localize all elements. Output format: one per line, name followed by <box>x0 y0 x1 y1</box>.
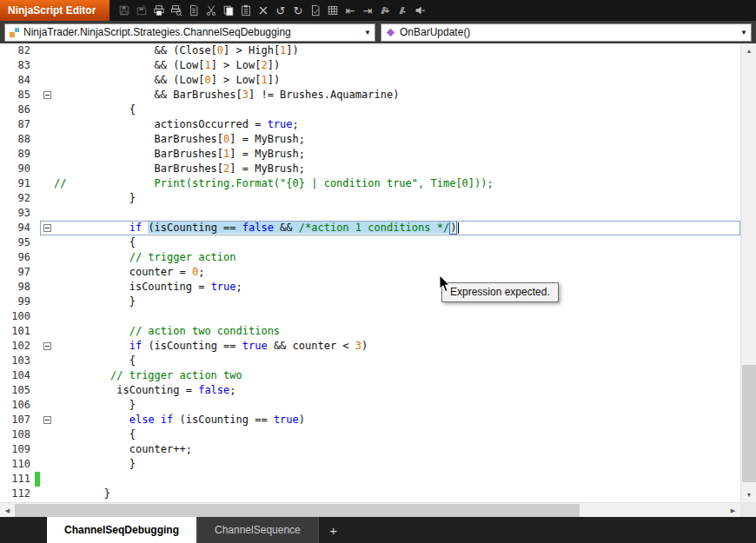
fold-margin <box>40 413 54 427</box>
line-number: 82 <box>0 43 35 58</box>
code-line[interactable]: 95 { <box>0 235 740 250</box>
code-text: && (Low[0] > Low[1]) <box>54 73 740 88</box>
code-line[interactable]: 101 // action two conditions <box>0 324 740 339</box>
code-line[interactable]: 93 <box>0 206 740 221</box>
code-text: if (isCounting == true && counter < 3) <box>54 339 740 354</box>
code-text <box>54 309 740 324</box>
code-line[interactable]: 87 actionsOccurred = true; <box>0 117 740 132</box>
code-line[interactable]: 84 && (Low[0] > Low[1]) <box>0 73 740 88</box>
chevron-down-icon[interactable]: ▼ <box>361 29 375 36</box>
code-line[interactable]: 91// Print(string.Format("{0} | conditio… <box>0 176 740 191</box>
ninjascript-editor-window: NinjaScript Editor ↺↻⇤⇥//+//- NinjaTrade… <box>0 0 756 543</box>
code-line[interactable]: 106 } <box>0 398 740 413</box>
fold-margin <box>40 265 54 280</box>
compile-errors-icon[interactable] <box>325 3 340 18</box>
code-line[interactable]: 94 if (isCounting == false && /*action 1… <box>0 221 740 235</box>
code-line[interactable]: 99 } <box>0 295 740 309</box>
class-icon <box>9 27 20 38</box>
line-number: 111 <box>0 472 35 487</box>
code-line[interactable]: 88 BarBrushes[0] = MyBrush; <box>0 132 740 147</box>
document-tab[interactable]: ChannelSeqDebugging <box>47 517 197 543</box>
code-line[interactable]: 82 && (Close[0] > High[1]) <box>0 43 740 58</box>
code-line[interactable]: 112 } <box>0 487 740 501</box>
code-text <box>54 206 740 221</box>
scroll-down-icon[interactable]: ▼ <box>741 487 756 502</box>
code-line[interactable]: 96 // trigger action <box>0 250 740 265</box>
comment-selection-icon[interactable]: //+ <box>377 3 392 18</box>
code-line[interactable]: 110 } <box>0 457 740 472</box>
vertical-scrollbar-thumb[interactable] <box>742 365 756 482</box>
redo-icon[interactable]: ↻ <box>290 3 305 18</box>
collapse-region-icon[interactable] <box>43 416 51 424</box>
indent-icon[interactable]: ⇥ <box>360 3 375 18</box>
code-line[interactable]: 83 && (Low[1] > Low[2]) <box>0 58 740 73</box>
code-line[interactable]: 108 { <box>0 427 740 442</box>
code-line[interactable]: 109 counter++; <box>0 442 740 457</box>
code-line[interactable]: 86 { <box>0 103 740 117</box>
fold-margin <box>40 88 54 103</box>
code-text: isCounting = true; <box>54 280 740 295</box>
collapse-region-icon[interactable] <box>43 224 51 232</box>
code-line[interactable]: 103 { <box>0 354 740 368</box>
app-title-tab[interactable]: NinjaScript Editor <box>0 0 109 21</box>
code-line[interactable]: 85 && BarBrushes[3] != Brushes.Aquamarin… <box>0 88 740 103</box>
add-tab-button[interactable]: + <box>319 517 348 543</box>
code-line[interactable]: 111 <box>0 472 740 487</box>
fold-margin <box>40 442 54 457</box>
method-selector-dropdown[interactable]: OnBarUpdate() ▼ <box>381 23 752 42</box>
outdent-icon[interactable]: ⇤ <box>342 3 357 18</box>
print-preview-icon[interactable] <box>169 3 183 18</box>
cut-icon[interactable] <box>203 3 218 18</box>
scroll-up-icon[interactable]: ▲ <box>741 43 756 58</box>
code-text: } <box>54 191 740 206</box>
code-line[interactable]: 104 // trigger action two <box>0 368 740 383</box>
code-text: actionsOccurred = true; <box>54 117 740 132</box>
collapse-region-icon[interactable] <box>43 342 51 350</box>
code-line[interactable]: 98 isCounting = true; <box>0 280 740 295</box>
mute-icon[interactable] <box>412 3 427 18</box>
code-line[interactable]: 89 BarBrushes[1] = MyBrush; <box>0 147 740 162</box>
fold-margin <box>40 43 54 58</box>
code-line[interactable]: 102 if (isCounting == true && counter < … <box>0 339 740 354</box>
code-line[interactable]: 105 isCounting = false; <box>0 383 740 398</box>
compile-icon[interactable] <box>308 3 322 18</box>
code-line[interactable]: 107 else if (isCounting == true) <box>0 413 740 427</box>
line-number: 89 <box>0 147 35 162</box>
line-number: 107 <box>0 413 35 427</box>
close-icon[interactable] <box>255 3 270 18</box>
class-selector-dropdown[interactable]: NinjaTrader.NinjaScript.Strategies.Chann… <box>4 23 375 42</box>
code-line[interactable]: 97 counter = 0; <box>0 265 740 280</box>
chevron-down-icon[interactable]: ▼ <box>737 29 751 36</box>
code-text: // Print(string.Format("{0} | condition … <box>54 176 740 191</box>
vertical-scrollbar[interactable]: ▲ ▼ <box>740 43 756 502</box>
code-line[interactable]: 90 BarBrushes[2] = MyBrush; <box>0 162 740 176</box>
paste-icon[interactable] <box>238 3 253 18</box>
line-number: 96 <box>0 250 35 265</box>
code-editor[interactable]: 82 && (Close[0] > High[1])83 && (Low[1] … <box>0 43 740 502</box>
document-tab[interactable]: ChannelSequence <box>197 517 319 543</box>
save-icon[interactable] <box>116 3 131 18</box>
undo-icon[interactable]: ↺ <box>273 3 288 18</box>
line-number: 99 <box>0 295 35 309</box>
code-line[interactable]: 92 } <box>0 191 740 206</box>
line-number: 108 <box>0 427 35 442</box>
horizontal-scrollbar[interactable]: ◀ ▶ <box>0 502 740 517</box>
code-line[interactable]: 100 <box>0 309 740 324</box>
fold-margin <box>40 309 54 324</box>
scroll-left-icon[interactable]: ◀ <box>0 503 15 518</box>
fold-margin <box>40 176 54 191</box>
copy-icon[interactable] <box>221 3 235 18</box>
uncomment-selection-icon[interactable]: //- <box>395 3 409 18</box>
save-as-icon[interactable] <box>134 3 149 18</box>
line-number: 95 <box>0 235 35 250</box>
line-number: 88 <box>0 132 35 147</box>
line-number: 104 <box>0 368 35 383</box>
horizontal-scrollbar-thumb[interactable] <box>15 504 580 517</box>
print-icon[interactable] <box>151 3 166 18</box>
line-number: 87 <box>0 117 35 132</box>
code-text: isCounting = false; <box>54 383 740 398</box>
page-setup-icon[interactable] <box>186 3 201 18</box>
collapse-region-icon[interactable] <box>43 91 51 99</box>
scroll-right-icon[interactable]: ▶ <box>726 503 740 518</box>
method-icon <box>385 27 396 38</box>
